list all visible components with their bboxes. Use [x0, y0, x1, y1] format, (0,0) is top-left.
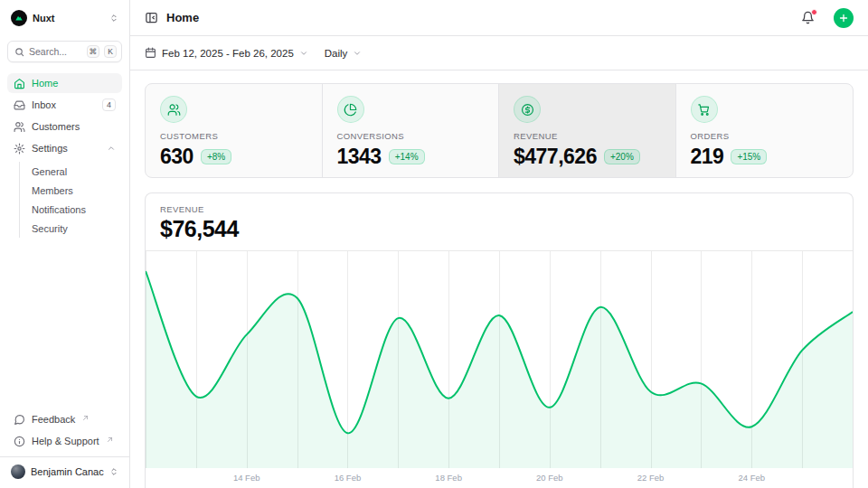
avatar	[11, 465, 25, 479]
inbox-icon	[14, 99, 25, 111]
chevron-down-icon	[299, 49, 308, 58]
sidebar-item-notifications[interactable]: Notifications	[28, 200, 122, 219]
revenue-area-chart[interactable]	[146, 250, 853, 468]
sidebar-item-label: Home	[32, 78, 58, 89]
subnav-label: General	[32, 166, 67, 177]
sidebar-item-label: Settings	[32, 143, 68, 154]
search-placeholder: Search...	[29, 46, 82, 57]
stat-delta-badge: +14%	[389, 149, 425, 164]
search-icon	[14, 47, 24, 57]
subnav-label: Members	[32, 185, 73, 196]
dashboard-content: CUSTOMERS 630 +8% CONVERSIONS 1343 +14%	[130, 70, 868, 488]
chart-x-axis: 14 Feb16 Feb18 Feb20 Feb22 Feb24 Feb	[146, 468, 853, 488]
sidebar-collapse-button[interactable]	[145, 11, 158, 24]
x-tick-label: 18 Feb	[435, 473, 462, 483]
kbd-meta: ⌘	[87, 45, 100, 58]
info-icon	[14, 436, 25, 447]
stat-card-revenue[interactable]: REVENUE $477,626 +20%	[499, 84, 676, 178]
x-tick-label: 20 Feb	[536, 473, 563, 483]
stat-label: CONVERSIONS	[337, 131, 485, 141]
dollar-circle-icon	[514, 96, 541, 123]
stat-delta-badge: +8%	[201, 149, 231, 164]
sidebar-item-general[interactable]: General	[28, 162, 122, 181]
settings-subnav: General Members Notifications Security	[19, 162, 122, 238]
user-menu-button[interactable]: Benjamin Canac	[7, 457, 122, 481]
revenue-area	[146, 271, 853, 468]
footer-link-label: Feedback	[32, 414, 75, 425]
stat-value: 1343	[337, 145, 382, 169]
users-icon	[14, 121, 25, 133]
stat-label: ORDERS	[691, 131, 839, 141]
external-link-icon	[82, 415, 89, 421]
stat-card-orders[interactable]: ORDERS 219 +15%	[676, 84, 854, 178]
stat-card-conversions[interactable]: CONVERSIONS 1343 +14%	[323, 84, 500, 178]
help-support-link[interactable]: Help & Support	[7, 431, 122, 451]
kbd-k: K	[104, 45, 117, 58]
chevrons-up-down-icon	[109, 467, 118, 476]
x-tick-label: 14 Feb	[233, 473, 260, 483]
chat-bubble-icon	[14, 414, 25, 426]
footer-link-label: Help & Support	[32, 436, 99, 446]
notifications-button[interactable]	[799, 9, 816, 26]
users-icon	[160, 96, 187, 123]
chart-total-value: $76,544	[160, 216, 838, 242]
granularity-select[interactable]: Daily	[325, 48, 363, 59]
sidebar-item-settings[interactable]: Settings	[7, 138, 122, 158]
sidebar-item-members[interactable]: Members	[28, 181, 122, 200]
home-icon	[14, 78, 25, 89]
chevrons-up-down-icon	[109, 14, 118, 23]
date-range-value: Feb 12, 2025 - Feb 26, 2025	[162, 48, 294, 59]
feedback-link[interactable]: Feedback	[7, 409, 122, 429]
x-tick-label: 16 Feb	[335, 473, 362, 483]
stat-label: REVENUE	[514, 131, 661, 141]
cart-icon	[691, 96, 718, 123]
stat-value: 219	[691, 145, 724, 169]
notification-dot	[811, 9, 817, 15]
add-button[interactable]	[834, 8, 854, 28]
filter-toolbar: Feb 12, 2025 - Feb 26, 2025 Daily	[130, 36, 868, 70]
subnav-label: Security	[32, 223, 68, 234]
pie-chart-icon	[337, 96, 364, 123]
sidebar-item-home[interactable]: Home	[7, 73, 122, 93]
chevron-down-icon	[353, 49, 362, 58]
inbox-count-badge: 4	[102, 99, 116, 111]
sidebar-item-customers[interactable]: Customers	[7, 117, 122, 136]
external-link-icon	[107, 436, 113, 443]
x-tick-label: 24 Feb	[738, 473, 765, 483]
chart-svg	[146, 251, 853, 468]
chevron-up-icon	[107, 144, 116, 153]
page-title: Home	[166, 11, 791, 24]
main-area: Home Feb 12, 2025 - Feb 26, 2025 Daily	[130, 0, 868, 488]
sidebar-nav: Home Inbox 4 Customers Settings	[7, 73, 122, 239]
calendar-icon	[145, 47, 156, 59]
workspace-name: Nuxt	[33, 13, 104, 23]
stats-row: CUSTOMERS 630 +8% CONVERSIONS 1343 +14%	[145, 83, 854, 178]
granularity-value: Daily	[325, 48, 348, 59]
sidebar-item-label: Customers	[32, 121, 80, 132]
gear-icon	[14, 143, 25, 155]
subnav-label: Notifications	[32, 204, 86, 215]
stat-delta-badge: +15%	[731, 149, 767, 164]
stat-value: 630	[160, 145, 193, 169]
sidebar-item-security[interactable]: Security	[28, 219, 122, 238]
stat-value: $477,626	[514, 145, 597, 169]
sidebar-item-label: Inbox	[32, 99, 56, 110]
sidebar-item-inbox[interactable]: Inbox 4	[7, 95, 122, 115]
x-tick-label: 22 Feb	[637, 473, 665, 483]
stat-delta-badge: +20%	[604, 149, 640, 164]
date-range-picker[interactable]: Feb 12, 2025 - Feb 26, 2025	[145, 47, 308, 59]
top-header: Home	[130, 0, 868, 36]
chart-metric-label: REVENUE	[160, 204, 838, 214]
stat-label: CUSTOMERS	[160, 131, 307, 141]
search-input[interactable]: Search... ⌘ K	[7, 41, 122, 62]
workspace-switcher[interactable]: Nuxt	[7, 7, 122, 29]
chart-header: REVENUE $76,544	[146, 193, 853, 250]
stat-card-customers[interactable]: CUSTOMERS 630 +8%	[146, 84, 323, 178]
sidebar-footer: Feedback Help & Support	[7, 409, 122, 456]
revenue-chart-card: REVENUE $76,544 14 Feb16 Feb18 Feb20 Feb…	[145, 192, 854, 488]
user-name: Benjamin Canac	[31, 466, 104, 477]
sidebar: Nuxt Search... ⌘ K Home Inbox 4	[0, 0, 130, 488]
nuxt-logo-icon	[11, 10, 27, 26]
